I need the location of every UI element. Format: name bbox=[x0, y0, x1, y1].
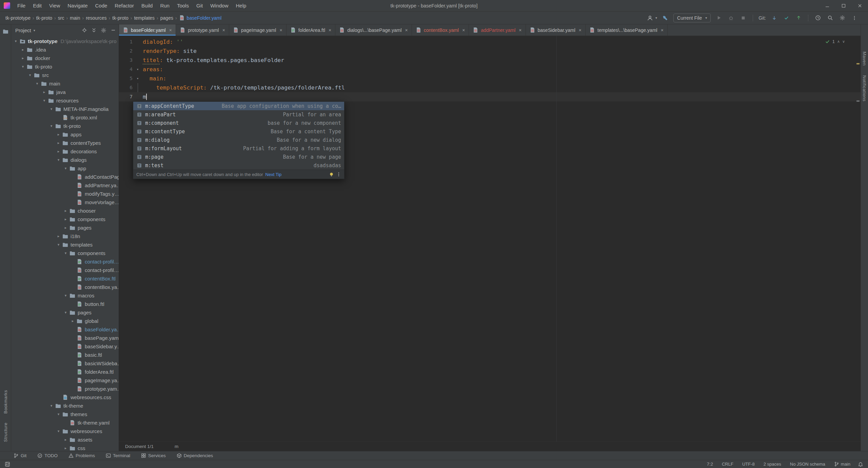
menu-file[interactable]: File bbox=[14, 0, 29, 12]
tree-row[interactable]: ▾templates bbox=[11, 240, 119, 249]
chevron-collapsed-icon[interactable]: ▸ bbox=[55, 234, 62, 238]
chevron-expanded-icon[interactable]: ▾ bbox=[48, 107, 55, 111]
project-view-selector[interactable]: Project ▾ bbox=[15, 27, 35, 33]
tree-row[interactable]: ▾themes bbox=[11, 410, 119, 418]
tree-row[interactable]: ▾app bbox=[11, 164, 119, 173]
minimize-button[interactable] bbox=[819, 0, 835, 11]
breadcrumb-item[interactable]: pages bbox=[160, 15, 174, 21]
menu-help[interactable]: Help bbox=[232, 0, 250, 12]
chevron-expanded-icon[interactable]: ▾ bbox=[62, 310, 69, 315]
status-widget[interactable]: UTF-8 bbox=[742, 462, 755, 467]
toolwindow-button-dependencies[interactable]: Dependencies bbox=[177, 453, 213, 458]
toolwindow-button-services[interactable]: Services bbox=[141, 453, 166, 458]
tab-close-icon[interactable]: × bbox=[579, 27, 581, 33]
stripe-button-notifications[interactable]: Notifications bbox=[862, 75, 867, 101]
breadcrumb-item[interactable]: tk-prototype bbox=[5, 15, 31, 21]
editor-tab[interactable]: contentBox.yaml× bbox=[412, 24, 469, 36]
breadcrumb-item[interactable]: tk-proto bbox=[112, 15, 129, 21]
menu-view[interactable]: View bbox=[45, 0, 64, 12]
chevron-collapsed-icon[interactable]: ▸ bbox=[55, 132, 62, 137]
local-history-icon[interactable] bbox=[814, 14, 822, 22]
tree-row[interactable]: ▾tk-proto bbox=[11, 62, 119, 71]
chevron-collapsed-icon[interactable]: ▸ bbox=[62, 446, 69, 450]
lightbulb-icon[interactable] bbox=[329, 172, 334, 177]
status-widget[interactable]: No JSON schema bbox=[790, 462, 825, 467]
tree-row[interactable]: button.ftl bbox=[11, 300, 119, 308]
completion-item[interactable]: Tm:areaPartPartial for an area bbox=[133, 110, 344, 119]
chevron-expanded-icon[interactable]: ▾ bbox=[55, 429, 62, 433]
toolwindow-button-todo[interactable]: TODO bbox=[37, 453, 58, 458]
tree-row[interactable]: ▸apps bbox=[11, 130, 119, 139]
tab-close-icon[interactable]: × bbox=[169, 27, 172, 33]
chevron-expanded-icon[interactable]: ▾ bbox=[55, 412, 62, 416]
editor-tab[interactable]: folderArea.ftl× bbox=[287, 24, 336, 36]
tree-row[interactable]: ▾main bbox=[11, 79, 119, 88]
tab-close-icon[interactable]: × bbox=[279, 27, 282, 33]
stop-button[interactable] bbox=[739, 14, 747, 22]
tree-row[interactable]: ▸css bbox=[11, 444, 119, 451]
settings-icon[interactable] bbox=[838, 14, 846, 22]
completion-item[interactable]: Tm:testdsadsadas bbox=[133, 161, 344, 170]
menu-navigate[interactable]: Navigate bbox=[64, 0, 91, 12]
chevron-collapsed-icon[interactable]: ▸ bbox=[20, 47, 26, 52]
completion-item[interactable]: Tm:contentTypeBase for a content Type bbox=[133, 127, 344, 136]
menu-window[interactable]: Window bbox=[206, 0, 232, 12]
tree-row[interactable]: ▸pages bbox=[11, 223, 119, 232]
breadcrumb-item[interactable]: src bbox=[57, 15, 65, 21]
toolwindow-switcher-icon[interactable] bbox=[5, 462, 10, 467]
chevron-expanded-icon[interactable]: ▾ bbox=[62, 251, 69, 255]
chevron-expanded-icon[interactable]: ▾ bbox=[48, 124, 55, 128]
tree-row[interactable]: webresources.css bbox=[11, 393, 119, 402]
chevron-collapsed-icon[interactable]: ▸ bbox=[70, 319, 76, 323]
menu-build[interactable]: Build bbox=[138, 0, 156, 12]
chevron-expanded-icon[interactable]: ▾ bbox=[41, 98, 47, 103]
chevron-expanded-icon[interactable]: ▾ bbox=[55, 158, 62, 162]
tree-row[interactable]: ▾src bbox=[11, 71, 119, 79]
tree-row[interactable]: ▸components bbox=[11, 215, 119, 223]
tree-row[interactable]: ▾resources bbox=[11, 96, 119, 105]
tree-row[interactable]: moveVorlage… bbox=[11, 198, 119, 207]
editor-tab[interactable]: prototype.yaml× bbox=[176, 24, 229, 36]
inspections-widget[interactable]: 1 ∧ ∨ bbox=[825, 39, 845, 44]
account-chevron-down-icon[interactable]: ▾ bbox=[655, 16, 657, 20]
tree-row[interactable]: ▾components bbox=[11, 249, 119, 257]
tree-row[interactable]: ▾tk-prototypeD:\java\workspace\tk-pro bbox=[11, 37, 119, 45]
chevron-collapsed-icon[interactable]: ▸ bbox=[20, 56, 26, 60]
tab-close-icon[interactable]: × bbox=[661, 27, 664, 33]
tree-row[interactable]: ▸global bbox=[11, 317, 119, 325]
tree-row[interactable]: contentBox.ya… bbox=[11, 283, 119, 291]
panel-settings-icon[interactable] bbox=[101, 27, 106, 33]
stripe-button-maven[interactable]: Maven bbox=[862, 52, 867, 66]
tree-row[interactable]: ▸java bbox=[11, 88, 119, 96]
tree-row[interactable]: ▸chooser bbox=[11, 207, 119, 215]
editor-tab[interactable]: baseFolder.yaml× bbox=[119, 24, 176, 36]
tree-row[interactable]: ▸docker bbox=[11, 54, 119, 62]
chevron-expanded-icon[interactable]: ▾ bbox=[62, 293, 69, 298]
chevron-expanded-icon[interactable]: ▾ bbox=[55, 242, 62, 247]
tree-row[interactable]: ▸.idea bbox=[11, 45, 119, 54]
popup-more-icon[interactable] bbox=[336, 172, 341, 177]
tree-row[interactable]: ▾pages bbox=[11, 308, 119, 317]
tree-row[interactable]: baseSidebar.y… bbox=[11, 342, 119, 351]
project-stripe-icon[interactable] bbox=[3, 28, 8, 34]
breadcrumb-document[interactable]: Document 1/1 bbox=[125, 444, 154, 449]
tree-row[interactable]: basicWSideba… bbox=[11, 359, 119, 368]
account-icon[interactable] bbox=[646, 14, 654, 22]
run-configuration-select[interactable]: Current File ▾ bbox=[673, 14, 711, 22]
tab-close-icon[interactable]: × bbox=[462, 27, 465, 33]
close-button[interactable] bbox=[852, 0, 868, 11]
tree-row[interactable]: ▸contentTypes bbox=[11, 139, 119, 147]
build-project-icon[interactable] bbox=[661, 14, 669, 22]
toolwindow-button-problems[interactable]: Problems bbox=[68, 453, 95, 458]
tree-row[interactable]: basic.ftl bbox=[11, 351, 119, 359]
tree-row[interactable]: contact-profil… bbox=[11, 266, 119, 274]
chevron-collapsed-icon[interactable]: ▸ bbox=[62, 437, 69, 442]
tree-row[interactable]: tk-theme.yaml bbox=[11, 418, 119, 427]
editor-tab[interactable]: baseSidebar.yaml× bbox=[526, 24, 586, 36]
chevron-expanded-icon[interactable]: ▾ bbox=[13, 39, 19, 43]
chevron-expanded-icon[interactable]: ▾ bbox=[27, 73, 33, 77]
completion-item[interactable]: Tm:pageBase for a new page bbox=[133, 153, 344, 161]
tree-row[interactable]: ▾dialogs bbox=[11, 156, 119, 164]
tree-row[interactable]: prototype.yam… bbox=[11, 385, 119, 393]
tree-row[interactable]: </>tk-proto.xml bbox=[11, 113, 119, 122]
